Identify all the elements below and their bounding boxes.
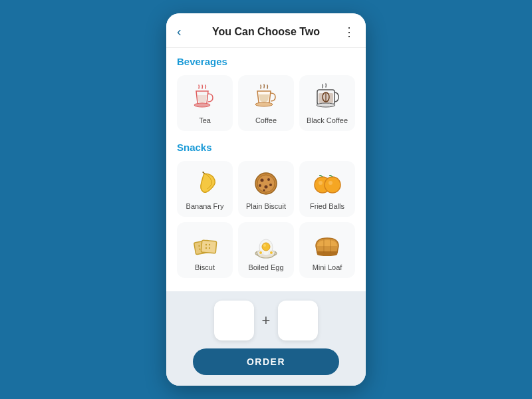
snacks-label: Snacks: [177, 142, 355, 153]
order-button[interactable]: ORDER: [193, 348, 339, 375]
svg-point-12: [269, 184, 272, 186]
black-coffee-icon: [310, 83, 344, 112]
coffee-icon: [249, 83, 283, 112]
header: ‹ You Can Choose Two ⋮: [166, 13, 366, 48]
biscuit-round-icon: [249, 169, 283, 198]
selection-row: +: [214, 301, 319, 340]
svg-point-30: [262, 243, 270, 251]
svg-point-9: [267, 178, 270, 181]
biscuit-square-icon: [188, 230, 222, 259]
item-mini-loaf[interactable]: Mini Loaf: [299, 222, 355, 278]
selection-slot-2: [278, 301, 318, 340]
item-banana-fry[interactable]: Banana Fry: [177, 161, 233, 217]
snacks-grid: Banana Fry: [177, 161, 355, 278]
boiled-egg-label: Boiled Egg: [248, 263, 283, 271]
fried-balls-label: Fried Balls: [310, 202, 344, 210]
mini-loaf-label: Mini Loaf: [313, 263, 342, 271]
snacks-section: Snacks Banana Fry: [177, 142, 355, 278]
banana-icon: [188, 169, 222, 198]
bottom-area: + ORDER: [166, 291, 366, 386]
svg-point-15: [319, 181, 323, 185]
svg-rect-23: [201, 240, 216, 253]
svg-point-17: [329, 181, 332, 185]
mini-loaf-icon: [310, 230, 344, 259]
item-coffee[interactable]: Coffee: [238, 75, 294, 131]
item-fried-balls[interactable]: Fried Balls: [299, 161, 355, 217]
svg-point-11: [265, 186, 268, 189]
item-tea[interactable]: Tea: [177, 75, 233, 131]
item-biscuit[interactable]: Biscut: [177, 222, 233, 278]
black-coffee-label: Black Coffee: [307, 116, 348, 124]
svg-point-26: [205, 247, 207, 249]
svg-point-33: [259, 251, 262, 254]
beverages-section: Beverages: [177, 56, 355, 131]
svg-point-24: [205, 244, 207, 245]
tea-icon: [188, 83, 222, 112]
more-button[interactable]: ⋮: [339, 25, 355, 39]
svg-point-31: [263, 244, 266, 247]
back-button[interactable]: ‹: [177, 24, 193, 39]
svg-point-10: [259, 184, 261, 187]
svg-point-1: [255, 102, 273, 106]
svg-point-8: [261, 179, 264, 182]
svg-point-27: [209, 247, 210, 249]
fried-balls-icon: [310, 169, 344, 198]
svg-point-5: [317, 103, 335, 107]
beverages-label: Beverages: [177, 56, 355, 67]
svg-point-25: [209, 244, 210, 245]
item-black-coffee[interactable]: Black Coffee: [299, 75, 355, 131]
svg-point-35: [270, 251, 273, 254]
svg-point-16: [325, 177, 340, 193]
item-plain-biscuit[interactable]: Plain Biscuit: [238, 161, 294, 217]
beverages-grid: Tea: [177, 75, 355, 131]
phone-container: ‹ You Can Choose Two ⋮ Beverages: [166, 13, 366, 386]
boiled-egg-icon: [249, 230, 283, 259]
plus-sign: +: [262, 312, 271, 329]
coffee-label: Coffee: [255, 116, 277, 124]
item-boiled-egg[interactable]: Boiled Egg: [238, 222, 294, 278]
svg-point-13: [263, 190, 265, 192]
plain-biscuit-label: Plain Biscuit: [246, 202, 286, 210]
svg-point-7: [257, 175, 275, 192]
page-title: You Can Choose Two: [212, 26, 320, 38]
svg-point-0: [194, 103, 210, 107]
content-area: Beverages: [166, 48, 366, 291]
biscuit-label: Biscut: [195, 263, 215, 271]
tea-label: Tea: [199, 116, 211, 124]
banana-fry-label: Banana Fry: [186, 202, 224, 210]
selection-slot-1: [214, 301, 254, 340]
